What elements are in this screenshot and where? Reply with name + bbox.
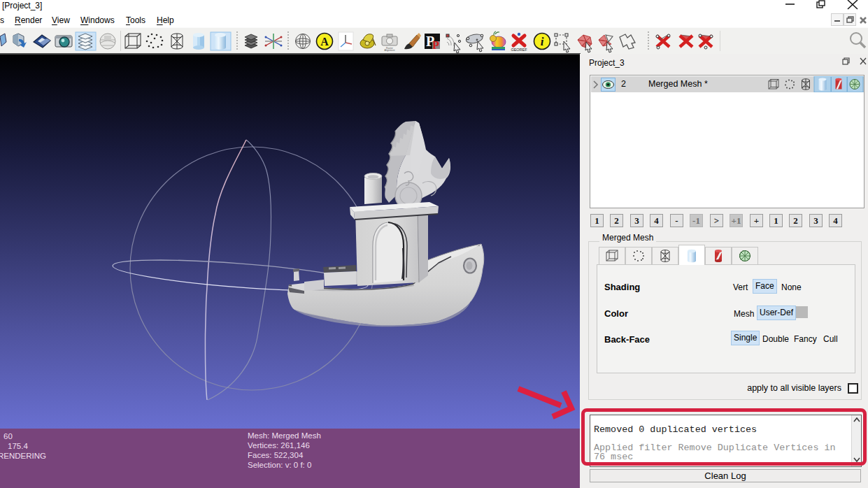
svg-text:GEOREF: GEOREF [511,48,527,52]
svg-text:i: i [541,35,544,48]
svg-text:P: P [432,39,439,51]
svg-text:Vertices: 261,146: Vertices: 261,146 [248,441,310,450]
svg-text:RENDERING: RENDERING [0,452,46,460]
svg-text:175.4: 175.4 [8,442,28,450]
svg-text:Alignment: Alignment [384,49,394,52]
svg-text:60: 60 [3,432,13,440]
svg-text:Selection: v: 0 f: 0: Selection: v: 0 f: 0 [248,461,311,469]
svg-text:A: A [320,36,329,48]
svg-text:Faces: 522,304: Faces: 522,304 [248,451,304,459]
svg-text:Mesh: Merged Mesh: Mesh: Merged Mesh [248,431,321,440]
